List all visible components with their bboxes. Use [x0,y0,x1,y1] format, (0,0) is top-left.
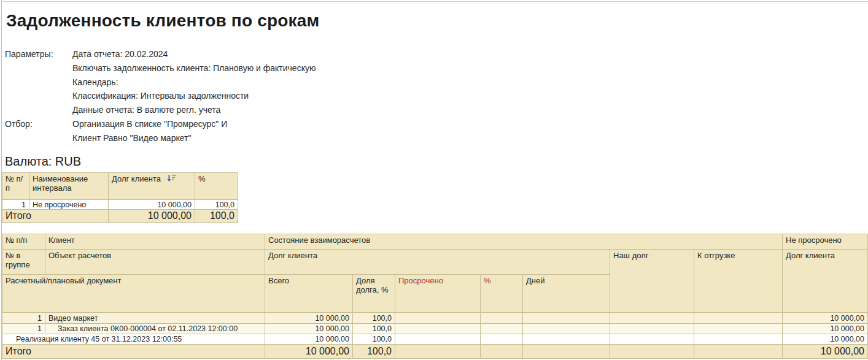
interval-row-name[interactable]: Не просрочено [29,200,109,210]
row-client-name[interactable]: Видео маркет [45,313,265,324]
row-not-overdue-debt[interactable]: 10 000,00 [783,313,868,324]
row-total[interactable]: 10 000,00 [265,334,353,345]
intervals-header-num: № п/п [2,173,29,200]
row-share[interactable]: 100,0 [353,324,395,334]
row-overdue[interactable] [395,334,481,345]
details-header-document: Расчетный/плановый документ [2,275,265,313]
debt-details-table: № п/п Клиент Состояние взаиморасчетов Не… [2,234,868,359]
filter-label: Отбор: [5,117,72,145]
debt-report-page: Задолженность клиентов по срокам Парамет… [0,0,868,360]
parameter-line: Классификация: Интервалы задолженности [72,89,316,103]
filter-line: Клиент Равно "Видео маркет" [72,131,227,145]
row-total[interactable]: 10 000,00 [265,324,353,334]
intervals-header-percent: % [195,173,238,200]
currency-heading: Валюта: RUB [5,155,81,169]
row-days[interactable] [523,334,610,345]
table-row: 1 Видео маркет 10 000,00 100,0 10 000,00 [2,313,868,324]
filter-line: Организация В списке "Промресурс" И [72,117,227,131]
intervals-header-interval: Наименование интервала [29,173,109,200]
details-total-not-overdue[interactable]: 10 000,00 [783,345,868,359]
row-share[interactable]: 100,0 [353,313,395,324]
details-header-state: Состояние взаиморасчетов [265,234,783,250]
row-share[interactable]: 100,0 [353,334,395,345]
intervals-header-debt-label: Долг клиента [112,174,161,183]
parameter-line: Данные отчета: В валюте регл. учета [72,103,316,117]
parameter-line: Дата отчета: 20.02.2024 [72,47,316,61]
details-total-overdue-percent [481,345,523,359]
row-overdue-percent[interactable] [481,334,523,345]
intervals-total-debt[interactable]: 10 000,00 [109,210,195,223]
table-row: 1 Заказ клиента 0К00-000004 от 02.11.202… [2,324,868,334]
intervals-total-row: Итого 10 000,00 100,0 [2,210,238,223]
details-total-to-ship [694,345,783,359]
row-to-ship[interactable] [694,334,783,345]
filter-block: Отбор: Организация В списке "Промресурс"… [5,117,316,145]
details-header-num-group: № в группе [2,250,45,275]
details-header-overdue-percent: % [481,275,523,313]
row-our-debt[interactable] [610,334,694,345]
details-total-our-debt [610,345,694,359]
row-overdue-percent[interactable] [481,313,523,324]
row-order-document[interactable]: Заказ клиента 0К00-000004 от 02.11.2023 … [45,324,265,334]
viewport-top-edge [1,1,868,2]
page-title: Задолженность клиентов по срокам [6,11,320,31]
details-total-share[interactable]: 100,0 [353,345,395,359]
details-header-total: Всего [265,275,353,313]
details-header-client-debt: Долг клиента [265,250,610,275]
row-overdue-percent[interactable] [481,324,523,334]
row-overdue[interactable] [395,313,481,324]
details-total-label: Итого [2,345,265,359]
intervals-total-percent[interactable]: 100,0 [195,210,238,223]
parameter-line: Включать задолженность клиента: Плановую… [72,61,316,75]
intervals-row: 1 Не просрочено 10 000,00 100,0 [2,200,238,210]
row-overdue[interactable] [395,324,481,334]
row-to-ship[interactable] [694,313,783,324]
details-header-client-debt-not-overdue: Долг клиента [783,250,868,313]
parameters-block: Параметры: Дата отчета: 20.02.2024 Включ… [5,47,316,117]
details-header-our-debt: Наш долг [610,250,694,313]
details-header-debt-share: Доля долга, % [353,275,395,313]
details-header-object: Объект расчетов [45,250,265,275]
details-total-overdue [395,345,481,359]
parameter-line: Календарь: [72,75,316,90]
row-not-overdue-debt[interactable]: 10 000,00 [783,324,868,334]
row-days[interactable] [523,313,610,324]
row-to-ship[interactable] [694,324,783,334]
interval-row-num[interactable]: 1 [2,200,29,210]
row-num[interactable]: 1 [2,313,45,324]
details-header-num: № п/п [2,234,45,250]
details-total-row: Итого 10 000,00 100,0 10 000,00 [2,345,868,359]
details-total-sum[interactable]: 10 000,00 [265,345,353,359]
intervals-header-debt[interactable]: Долг клиента [109,173,195,200]
details-header-client: Клиент [45,234,265,250]
row-total[interactable]: 10 000,00 [265,313,353,324]
details-header-to-ship: К отгрузке [694,250,783,313]
sort-descending-icon[interactable] [167,174,176,184]
details-header-overdue: Просрочено [395,275,481,313]
row-days[interactable] [523,324,610,334]
table-row: Реализация клиенту 45 от 31.12.2023 12:0… [2,334,868,345]
row-our-debt[interactable] [610,313,694,324]
row-not-overdue-debt[interactable]: 10 000,00 [783,334,868,345]
details-header-days: Дней [523,275,610,313]
interval-row-percent[interactable]: 100,0 [195,200,238,210]
row-our-debt[interactable] [610,324,694,334]
row-sales-document[interactable]: Реализация клиенту 45 от 31.12.2023 12:0… [2,334,265,345]
intervals-table: № п/п Наименование интервала Долг клиент… [2,172,238,223]
interval-row-debt[interactable]: 10 000,00 [109,200,195,210]
row-num[interactable]: 1 [2,324,45,334]
details-header-not-overdue: Не просрочено [783,234,868,250]
report-parameters: Параметры: Дата отчета: 20.02.2024 Включ… [5,47,316,145]
details-total-days [523,345,610,359]
parameters-label: Параметры: [5,47,72,117]
intervals-total-label: Итого [2,210,109,223]
